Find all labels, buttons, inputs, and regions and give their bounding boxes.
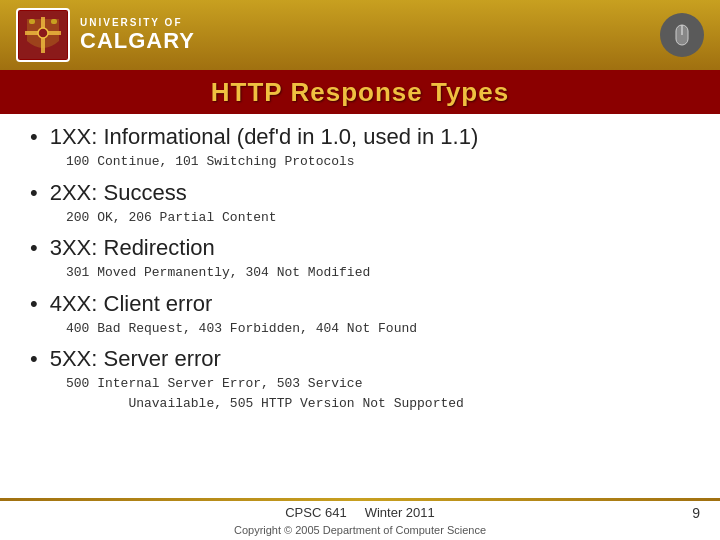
header: UNIVERSITY OF CALGARY <box>0 0 720 70</box>
sub-2xx: 200 OK, 206 Partial Content <box>66 208 690 228</box>
item-2xx: • 2XX: Success 200 OK, 206 Partial Conte… <box>30 180 690 228</box>
heading-4xx: • 4XX: Client error <box>30 291 690 317</box>
bullet-3: • <box>30 235 38 261</box>
page-title: HTTP Response Types <box>211 77 509 108</box>
bullet-4: • <box>30 291 38 317</box>
title-bar: HTTP Response Types <box>0 70 720 114</box>
sub-1xx: 100 Continue, 101 Switching Protocols <box>66 152 690 172</box>
sub-3xx: 301 Moved Permanently, 304 Not Modified <box>66 263 690 283</box>
course-label: CPSC 641 <box>285 505 346 520</box>
heading-2xx: • 2XX: Success <box>30 180 690 206</box>
logo-area: UNIVERSITY OF CALGARY <box>16 8 195 62</box>
heading-3xx: • 3XX: Redirection <box>30 235 690 261</box>
university-crest <box>16 8 70 62</box>
bullet-5: • <box>30 346 38 372</box>
university-of-label: UNIVERSITY OF <box>80 17 195 28</box>
sub-5xx: 500 Internal Server Error, 503 Service U… <box>66 374 690 413</box>
footer: CPSC 641 Winter 2011 9 Copyright © 2005 … <box>0 498 720 540</box>
copyright-text: Copyright © 2005 Department of Computer … <box>0 524 720 540</box>
item-3xx: • 3XX: Redirection 301 Moved Permanently… <box>30 235 690 283</box>
heading-1xx: • 1XX: Informational (def'd in 1.0, used… <box>30 124 690 150</box>
logo-text: UNIVERSITY OF CALGARY <box>80 17 195 54</box>
main-content: • 1XX: Informational (def'd in 1.0, used… <box>0 114 720 425</box>
sub-4xx: 400 Bad Request, 403 Forbidden, 404 Not … <box>66 319 690 339</box>
svg-point-3 <box>38 28 48 38</box>
item-5xx: • 5XX: Server error 500 Internal Server … <box>30 346 690 413</box>
university-name-label: CALGARY <box>80 28 195 54</box>
svg-rect-5 <box>51 19 57 24</box>
page-number: 9 <box>692 505 700 521</box>
item-4xx: • 4XX: Client error 400 Bad Request, 403… <box>30 291 690 339</box>
bullet-1: • <box>30 124 38 150</box>
footer-course-info: CPSC 641 Winter 2011 <box>285 505 435 520</box>
footer-content: CPSC 641 Winter 2011 9 <box>0 501 720 524</box>
bullet-2: • <box>30 180 38 206</box>
item-1xx: • 1XX: Informational (def'd in 1.0, used… <box>30 124 690 172</box>
svg-rect-4 <box>29 19 35 24</box>
mouse-icon <box>660 13 704 57</box>
heading-5xx: • 5XX: Server error <box>30 346 690 372</box>
term-label: Winter 2011 <box>365 505 435 520</box>
